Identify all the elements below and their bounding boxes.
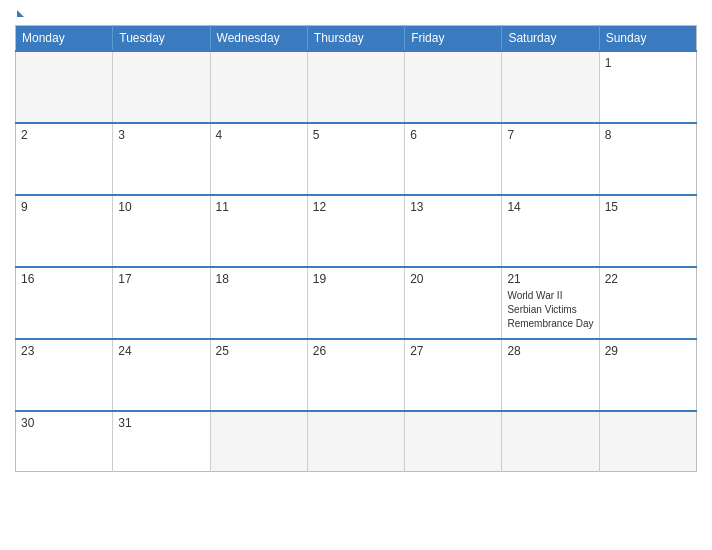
day-number: 22 bbox=[605, 272, 691, 286]
day-number: 18 bbox=[216, 272, 302, 286]
calendar-day-cell bbox=[502, 51, 599, 123]
calendar-day-cell bbox=[210, 411, 307, 471]
calendar-day-cell: 10 bbox=[113, 195, 210, 267]
calendar-day-cell: 8 bbox=[599, 123, 696, 195]
day-number: 5 bbox=[313, 128, 399, 142]
calendar-week-row: 23242526272829 bbox=[16, 339, 697, 411]
calendar-day-cell: 14 bbox=[502, 195, 599, 267]
day-number: 23 bbox=[21, 344, 107, 358]
day-number: 27 bbox=[410, 344, 496, 358]
day-number: 4 bbox=[216, 128, 302, 142]
calendar-week-row: 161718192021World War II Serbian Victims… bbox=[16, 267, 697, 339]
calendar-day-header: Tuesday bbox=[113, 26, 210, 52]
day-number: 17 bbox=[118, 272, 204, 286]
calendar-day-cell: 7 bbox=[502, 123, 599, 195]
day-number: 10 bbox=[118, 200, 204, 214]
calendar-day-cell: 28 bbox=[502, 339, 599, 411]
day-number: 31 bbox=[118, 416, 204, 430]
day-number: 15 bbox=[605, 200, 691, 214]
calendar-day-cell bbox=[307, 51, 404, 123]
day-number: 6 bbox=[410, 128, 496, 142]
day-number: 24 bbox=[118, 344, 204, 358]
calendar-day-cell: 19 bbox=[307, 267, 404, 339]
day-number: 20 bbox=[410, 272, 496, 286]
calendar-day-cell: 3 bbox=[113, 123, 210, 195]
calendar-day-cell bbox=[502, 411, 599, 471]
calendar-header-row: MondayTuesdayWednesdayThursdayFridaySatu… bbox=[16, 26, 697, 52]
calendar-day-cell bbox=[405, 51, 502, 123]
calendar-day-cell: 22 bbox=[599, 267, 696, 339]
page: MondayTuesdayWednesdayThursdayFridaySatu… bbox=[0, 0, 712, 550]
calendar-day-cell: 26 bbox=[307, 339, 404, 411]
day-number: 28 bbox=[507, 344, 593, 358]
day-number: 25 bbox=[216, 344, 302, 358]
calendar-day-cell bbox=[307, 411, 404, 471]
logo-triangle-icon bbox=[17, 10, 24, 17]
day-number: 12 bbox=[313, 200, 399, 214]
event-label: World War II Serbian Victims Remembrance… bbox=[507, 290, 593, 329]
day-number: 8 bbox=[605, 128, 691, 142]
logo bbox=[15, 10, 24, 17]
calendar-day-cell bbox=[210, 51, 307, 123]
calendar-day-cell: 17 bbox=[113, 267, 210, 339]
calendar-day-cell: 18 bbox=[210, 267, 307, 339]
calendar-day-cell: 30 bbox=[16, 411, 113, 471]
calendar-day-header: Thursday bbox=[307, 26, 404, 52]
calendar-day-cell bbox=[599, 411, 696, 471]
calendar-day-header: Friday bbox=[405, 26, 502, 52]
calendar-day-cell: 24 bbox=[113, 339, 210, 411]
calendar-day-cell: 15 bbox=[599, 195, 696, 267]
logo-blue-text bbox=[15, 10, 24, 17]
day-number: 7 bbox=[507, 128, 593, 142]
calendar-table: MondayTuesdayWednesdayThursdayFridaySatu… bbox=[15, 25, 697, 472]
day-number: 21 bbox=[507, 272, 593, 286]
day-number: 13 bbox=[410, 200, 496, 214]
calendar-day-cell: 12 bbox=[307, 195, 404, 267]
day-number: 3 bbox=[118, 128, 204, 142]
calendar-day-cell: 23 bbox=[16, 339, 113, 411]
day-number: 1 bbox=[605, 56, 691, 70]
calendar-day-cell bbox=[113, 51, 210, 123]
calendar-day-cell: 31 bbox=[113, 411, 210, 471]
day-number: 30 bbox=[21, 416, 107, 430]
calendar-day-cell: 6 bbox=[405, 123, 502, 195]
calendar-week-row: 2345678 bbox=[16, 123, 697, 195]
calendar-week-row: 1 bbox=[16, 51, 697, 123]
calendar-day-cell: 20 bbox=[405, 267, 502, 339]
calendar-day-cell: 2 bbox=[16, 123, 113, 195]
day-number: 14 bbox=[507, 200, 593, 214]
day-number: 16 bbox=[21, 272, 107, 286]
calendar-day-cell bbox=[405, 411, 502, 471]
header bbox=[15, 10, 697, 17]
calendar-day-header: Monday bbox=[16, 26, 113, 52]
calendar-day-header: Sunday bbox=[599, 26, 696, 52]
calendar-day-cell: 27 bbox=[405, 339, 502, 411]
calendar-day-cell: 1 bbox=[599, 51, 696, 123]
calendar-day-header: Saturday bbox=[502, 26, 599, 52]
day-number: 11 bbox=[216, 200, 302, 214]
calendar-day-cell: 25 bbox=[210, 339, 307, 411]
calendar-day-cell: 4 bbox=[210, 123, 307, 195]
calendar-week-row: 9101112131415 bbox=[16, 195, 697, 267]
calendar-day-cell: 11 bbox=[210, 195, 307, 267]
calendar-week-row: 3031 bbox=[16, 411, 697, 471]
calendar-day-cell bbox=[16, 51, 113, 123]
calendar-day-header: Wednesday bbox=[210, 26, 307, 52]
day-number: 29 bbox=[605, 344, 691, 358]
day-number: 19 bbox=[313, 272, 399, 286]
calendar-day-cell: 5 bbox=[307, 123, 404, 195]
calendar-day-cell: 16 bbox=[16, 267, 113, 339]
calendar-day-cell: 21World War II Serbian Victims Remembran… bbox=[502, 267, 599, 339]
calendar-day-cell: 9 bbox=[16, 195, 113, 267]
day-number: 26 bbox=[313, 344, 399, 358]
calendar-day-cell: 13 bbox=[405, 195, 502, 267]
calendar-day-cell: 29 bbox=[599, 339, 696, 411]
day-number: 9 bbox=[21, 200, 107, 214]
day-number: 2 bbox=[21, 128, 107, 142]
